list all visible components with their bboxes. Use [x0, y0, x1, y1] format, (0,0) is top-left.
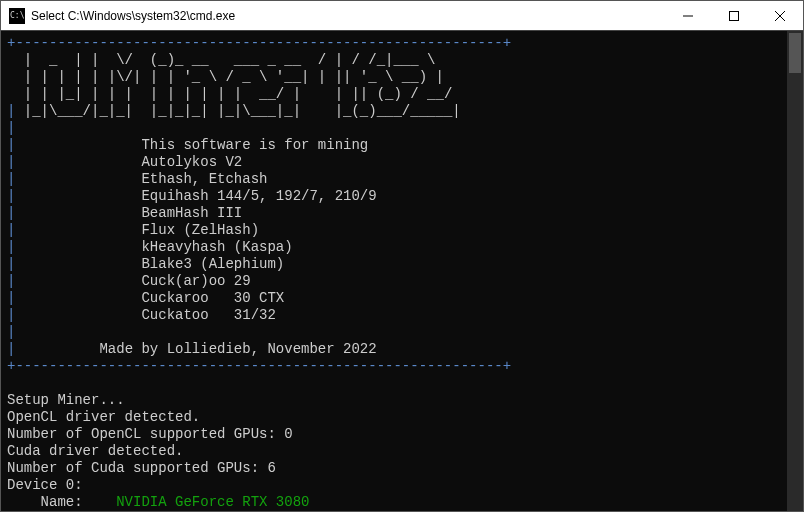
algo-line: Cuckatoo 31/32 — [141, 307, 275, 323]
setup-line: Cuda driver detected. — [7, 443, 183, 459]
setup-line: Number of Cuda supported GPUs: 6 — [7, 460, 276, 476]
intro-line: This software is for mining — [141, 137, 368, 153]
algo-line: Blake3 (Alephium) — [141, 256, 284, 272]
algo-line: Autolykos V2 — [141, 154, 242, 170]
cmd-window: Select C:\Windows\system32\cmd.exe +----… — [0, 0, 804, 512]
titlebar[interactable]: Select C:\Windows\system32\cmd.exe — [1, 1, 803, 31]
algo-line: kHeavyhash (Kaspa) — [141, 239, 292, 255]
close-button[interactable] — [757, 1, 803, 30]
algo-line: Equihash 144/5, 192/7, 210/9 — [141, 188, 376, 204]
setup-line: Number of OpenCL supported GPUs: 0 — [7, 426, 293, 442]
algo-line: Cuck(ar)oo 29 — [141, 273, 250, 289]
algo-line: Ethash, Etchash — [141, 171, 267, 187]
window-title: Select C:\Windows\system32\cmd.exe — [31, 9, 665, 23]
box-border-top: +---------------------------------------… — [7, 35, 511, 51]
setup-line: Device 0: — [7, 477, 83, 493]
cmd-icon — [9, 8, 25, 24]
scrollbar[interactable] — [787, 31, 803, 511]
algo-line: BeamHash III — [141, 205, 242, 221]
ascii-logo: | _ | | \/ (_)_ __ ___ _ __ / | / /_|___… — [15, 52, 460, 120]
minimize-button[interactable] — [665, 1, 711, 30]
svg-rect-1 — [730, 11, 739, 20]
algo-line: Flux (ZelHash) — [141, 222, 259, 238]
setup-line: OpenCL driver detected. — [7, 409, 200, 425]
terminal-output[interactable]: +---------------------------------------… — [1, 31, 803, 511]
box-border-bottom: +---------------------------------------… — [7, 358, 511, 374]
made-by: Made by Lolliedieb, November 2022 — [99, 341, 376, 357]
setup-line: Setup Miner... — [7, 392, 125, 408]
maximize-button[interactable] — [711, 1, 757, 30]
gpu-name-label: Name: — [7, 494, 116, 510]
gpu-name: NVIDIA GeForce RTX 3080 — [116, 494, 309, 510]
window-controls — [665, 1, 803, 30]
scrollbar-thumb[interactable] — [789, 33, 801, 73]
algo-line: Cuckaroo 30 CTX — [141, 290, 284, 306]
